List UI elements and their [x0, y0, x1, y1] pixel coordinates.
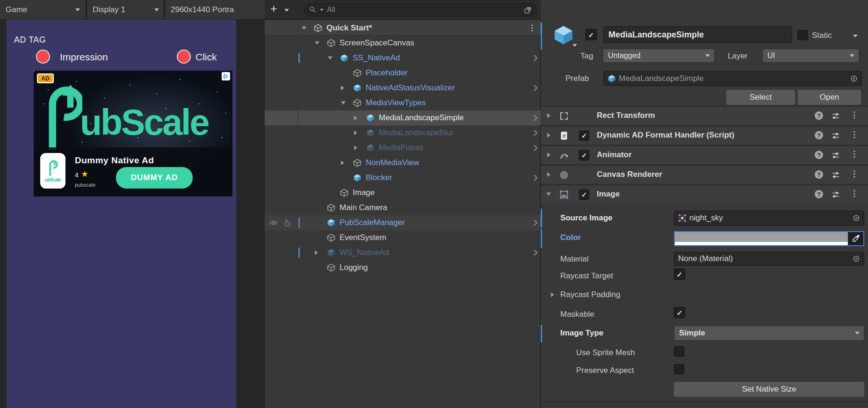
color-field[interactable] — [674, 231, 864, 246]
presets-icon[interactable] — [832, 112, 840, 120]
open-search-window-icon[interactable] — [524, 6, 532, 14]
hierarchy-row[interactable]: Logging — [265, 260, 541, 275]
component-header-dynamic-ad-format-handler[interactable]: ✓ Dynamic AD Format Handler (Script) ? ⋮ — [541, 125, 868, 144]
expander-closed[interactable] — [547, 113, 550, 118]
source-image-field[interactable]: night_sky — [674, 211, 864, 226]
hierarchy-row[interactable]: Placeholder — [265, 66, 541, 80]
expander-closed[interactable] — [551, 292, 554, 297]
expander-closed[interactable] — [354, 116, 357, 120]
color-swatch[interactable] — [675, 232, 848, 245]
dummy-ad-button[interactable]: DUMMY AD — [116, 167, 193, 189]
component-menu-icon[interactable]: ⋮ — [850, 149, 858, 159]
static-checkbox[interactable] — [797, 30, 808, 40]
maskable-checkbox[interactable]: ✓ — [674, 307, 685, 318]
open-prefab-chevron[interactable] — [533, 144, 538, 152]
object-picker-icon[interactable] — [850, 75, 858, 82]
tag-dropdown[interactable]: Untagged — [603, 49, 715, 63]
hierarchy-row[interactable]: Blocker — [265, 170, 541, 185]
image-type-dropdown[interactable]: Simple — [674, 326, 864, 341]
preserve-aspect-checkbox[interactable] — [674, 364, 684, 374]
hierarchy-row[interactable]: NonMediaView — [265, 155, 541, 170]
component-enabled-checkbox[interactable]: ✓ — [579, 150, 589, 160]
hierarchy-row-selected[interactable]: MediaLandscapeSimple — [265, 110, 541, 125]
component-enabled-checkbox[interactable]: ✓ — [579, 131, 589, 141]
prefab-open-button[interactable]: Open — [798, 90, 861, 105]
add-dropdown-caret[interactable] — [284, 9, 289, 12]
add-gameobject-button[interactable]: + — [270, 2, 277, 15]
expander-closed[interactable] — [341, 160, 344, 165]
adchoices-icon[interactable] — [222, 72, 230, 80]
expander-closed[interactable] — [354, 146, 357, 150]
static-dropdown-caret[interactable] — [853, 35, 858, 37]
component-menu-icon[interactable]: ⋮ — [850, 110, 858, 120]
help-icon[interactable]: ? — [815, 151, 823, 159]
set-native-size-button[interactable]: Set Native Size — [674, 382, 864, 397]
prefab-object-field[interactable]: MediaLandscapeSimple — [603, 71, 862, 86]
expander-open[interactable] — [546, 193, 551, 196]
hierarchy-row-scene[interactable]: Quick Start* ⋮ — [265, 21, 541, 36]
component-header-image[interactable]: ✓ Image ? ⋮ — [541, 184, 868, 203]
gameobject-name-field[interactable]: MediaLandscapeSimple — [603, 26, 792, 43]
hierarchy-row[interactable]: Image — [265, 185, 541, 200]
open-prefab-chevron[interactable] — [533, 114, 538, 122]
native-ad-banner[interactable]: ubScale AD ubScale Dummy Native Ad 4 ★ p… — [34, 71, 232, 197]
scene-menu-icon[interactable]: ⋮ — [528, 23, 536, 33]
presets-icon[interactable] — [832, 190, 840, 199]
presets-icon[interactable] — [832, 131, 840, 140]
raycast-target-checkbox[interactable]: ✓ — [674, 269, 685, 280]
expander-closed[interactable] — [547, 172, 550, 177]
expander-open[interactable] — [328, 57, 333, 60]
hierarchy-row[interactable]: MediaPotrait — [265, 140, 541, 155]
help-icon[interactable]: ? — [815, 170, 823, 179]
expander-open[interactable] — [302, 26, 306, 29]
hierarchy-row[interactable]: EventSystem — [265, 230, 541, 245]
pickability-hand-icon[interactable] — [283, 219, 292, 227]
expander-closed[interactable] — [547, 133, 550, 138]
expander-closed[interactable] — [547, 153, 550, 157]
icon-dropdown-caret[interactable] — [572, 44, 577, 47]
component-header-rect-transform[interactable]: Rect Transform ? ⋮ — [541, 106, 868, 124]
help-icon[interactable]: ? — [815, 190, 823, 198]
expander-closed[interactable] — [354, 131, 357, 135]
hierarchy-row[interactable]: Main Camera — [265, 200, 541, 215]
component-menu-icon[interactable]: ⋮ — [850, 189, 858, 198]
expander-open[interactable] — [315, 42, 319, 45]
open-prefab-chevron[interactable] — [533, 249, 538, 256]
component-header-animator[interactable]: ✓ Animator ? ⋮ — [541, 145, 868, 164]
active-checkbox[interactable]: ✓ — [586, 29, 597, 40]
tab-game[interactable]: Game — [0, 0, 86, 19]
hierarchy-row[interactable]: MediaLandscapeBlur — [265, 125, 541, 140]
visibility-eye-icon[interactable] — [269, 219, 278, 227]
component-menu-icon[interactable]: ⋮ — [850, 130, 858, 139]
use-sprite-mesh-checkbox[interactable] — [674, 346, 684, 357]
open-prefab-chevron[interactable] — [533, 174, 538, 182]
object-picker-icon[interactable] — [853, 214, 860, 222]
presets-icon[interactable] — [832, 151, 840, 160]
open-prefab-chevron[interactable] — [533, 54, 538, 62]
help-icon[interactable]: ? — [815, 111, 823, 120]
hierarchy-row[interactable]: MediaViewTypes — [265, 95, 541, 110]
component-menu-icon[interactable]: ⋮ — [850, 169, 858, 179]
component-enabled-checkbox[interactable]: ✓ — [579, 189, 589, 200]
object-picker-icon[interactable] — [853, 255, 860, 262]
prefab-select-button[interactable]: Select — [726, 90, 795, 105]
component-header-canvas-renderer[interactable]: Canvas Renderer ? ⋮ — [541, 165, 868, 183]
expander-open[interactable] — [341, 102, 346, 105]
open-prefab-chevron[interactable] — [533, 219, 538, 226]
eyedropper-button[interactable] — [848, 232, 863, 245]
layer-dropdown[interactable]: UI — [762, 49, 859, 63]
open-prefab-chevron[interactable] — [533, 129, 538, 137]
hierarchy-search-input[interactable]: All — [304, 3, 537, 16]
display-dropdown[interactable]: Display 1 — [87, 0, 164, 19]
resolution-dropdown[interactable]: 2960x1440 Portra — [165, 0, 265, 19]
presets-icon[interactable] — [832, 171, 840, 179]
search-filter-caret[interactable] — [320, 9, 324, 11]
expander-closed[interactable] — [315, 250, 318, 255]
hierarchy-row[interactable]: ScreenSpaceCanvas — [265, 36, 541, 51]
hierarchy-row[interactable]: NativeAdStatusVisualizer — [265, 80, 541, 95]
open-prefab-chevron[interactable] — [533, 84, 538, 92]
expander-closed[interactable] — [341, 86, 344, 90]
help-icon[interactable]: ? — [815, 131, 823, 139]
hierarchy-row-hovered[interactable]: PubScaleManager — [265, 215, 541, 230]
hierarchy-row[interactable]: WS_NativeAd — [265, 245, 541, 260]
